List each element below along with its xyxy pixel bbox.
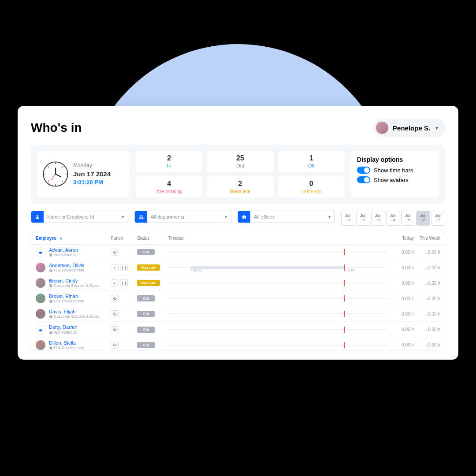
avatar bbox=[36, 263, 45, 272]
today-hours: 0.00 h bbox=[389, 281, 414, 286]
app-card: Who's in Penelope S. ▼ bbox=[18, 106, 458, 360]
week-hours: ▴0.00 h bbox=[414, 327, 440, 332]
punch-power-button[interactable]: ⏻ bbox=[111, 295, 119, 302]
stat-value: 2 bbox=[208, 180, 271, 188]
punch-cell: ⏻ bbox=[111, 310, 137, 317]
col-week[interactable]: This Week bbox=[414, 236, 440, 241]
date-button[interactable]: Jun17 bbox=[431, 211, 445, 226]
date-button[interactable]: Jun13 bbox=[371, 211, 385, 226]
punch-break-button[interactable]: ❙❙ bbox=[120, 264, 128, 271]
clock-icon bbox=[42, 161, 69, 187]
col-timebar: Timebar bbox=[164, 236, 389, 241]
filter-department[interactable]: All departments ▾ bbox=[134, 211, 232, 223]
employee-table: Employee ▲ Punch Status Timebar Today Th… bbox=[31, 232, 445, 351]
svg-point-14 bbox=[139, 216, 141, 217]
col-status[interactable]: Status bbox=[137, 236, 164, 241]
date-button[interactable]: Jun16 bbox=[416, 211, 430, 226]
stat-value: 2 bbox=[138, 154, 201, 162]
punch-cell: ⏻ bbox=[111, 249, 137, 256]
today-hours: 0.00 h bbox=[389, 327, 414, 332]
sort-asc-icon: ▲ bbox=[59, 236, 63, 240]
date-button[interactable]: Jun14 bbox=[386, 211, 400, 226]
timebar bbox=[164, 248, 389, 256]
stat-value: 25 bbox=[208, 154, 271, 162]
user-menu[interactable]: Penelope S. ▼ bbox=[373, 119, 445, 137]
person-icon bbox=[31, 211, 44, 223]
stat-label: Were late bbox=[208, 189, 271, 194]
col-punch[interactable]: Punch bbox=[111, 236, 137, 241]
svg-line-11 bbox=[51, 174, 56, 180]
punch-power-button[interactable]: ⏻ bbox=[111, 249, 119, 256]
display-options: Display options Show time barsShow avata… bbox=[351, 151, 439, 197]
options-title: Display options bbox=[357, 156, 433, 163]
table-body: Advan, Aaron▣ Administration⏻Out0.00 h▴0… bbox=[31, 245, 445, 350]
employee-name[interactable]: Anderson, Olivia bbox=[49, 263, 85, 268]
week-hours: ▴0.00 h bbox=[414, 312, 440, 316]
employee-dept: ▣ Customer Success & Sales bbox=[49, 283, 99, 288]
stat-value: 1 bbox=[280, 154, 343, 162]
date-button[interactable]: Jun11 bbox=[341, 211, 355, 226]
table-row: Brown, Cindy▣ Customer Success & Sales▸❙… bbox=[31, 275, 445, 291]
date-button[interactable]: Jun12 bbox=[356, 211, 370, 226]
option-label: Show time bars bbox=[374, 167, 413, 174]
timebar: 9:00 AM3:00 PM bbox=[164, 264, 389, 271]
svg-line-8 bbox=[62, 167, 63, 167]
today-hours: 0.00 h bbox=[389, 296, 414, 301]
employee-name[interactable]: Brown, Ethan bbox=[49, 294, 84, 299]
stat-label: Left early bbox=[280, 189, 343, 194]
employee-name[interactable]: Davis, Elijah bbox=[49, 309, 99, 314]
stat-value: 0 bbox=[280, 180, 343, 188]
page-title: Who's in bbox=[31, 121, 82, 135]
avatar bbox=[376, 122, 388, 134]
col-today[interactable]: Today bbox=[389, 236, 414, 241]
filter-name[interactable]: Name or Employee Id ▾ bbox=[31, 211, 128, 223]
today-hours: 0.00 h bbox=[389, 250, 414, 255]
avatar bbox=[36, 278, 45, 288]
svg-point-13 bbox=[37, 215, 38, 217]
toggle[interactable] bbox=[357, 176, 370, 183]
stat-label: Are missing bbox=[138, 189, 201, 194]
stat-card: 0Left early bbox=[278, 176, 345, 197]
toggle[interactable] bbox=[357, 167, 370, 174]
employee-name[interactable]: Advan, Aaron bbox=[49, 247, 78, 253]
employee-dept: ▣ Administration bbox=[49, 253, 78, 257]
punch-power-button[interactable]: ⏻ bbox=[111, 326, 119, 333]
punch-play-button[interactable]: ▸ bbox=[111, 279, 119, 286]
status-badge: Out bbox=[137, 327, 155, 333]
clock-time: 3:01:20 PM bbox=[73, 178, 111, 186]
col-employee[interactable]: Employee ▲ bbox=[36, 236, 111, 241]
filter-dept-text: All departments bbox=[147, 214, 222, 219]
punch-break-button[interactable]: ❙❙ bbox=[120, 279, 128, 286]
table-row: Brown, Ethan▣ IT & Development⏻Out0.00 h… bbox=[31, 291, 445, 306]
building-icon bbox=[238, 211, 250, 223]
avatar bbox=[36, 309, 45, 319]
svg-line-10 bbox=[56, 174, 61, 177]
employee-name[interactable]: Brown, Cindy bbox=[49, 278, 99, 283]
table-row: Dillon, Stella▣ IT & Development⏻Out0.00… bbox=[31, 338, 445, 350]
status-badge: Out bbox=[137, 311, 155, 317]
status-badge: Out bbox=[137, 295, 155, 301]
employee-name[interactable]: Detty, Darren bbox=[49, 324, 78, 330]
status-badge: Was Late bbox=[137, 264, 160, 271]
status-badge: Was Late bbox=[137, 280, 160, 286]
svg-line-5 bbox=[48, 167, 49, 167]
company-logo-icon bbox=[36, 325, 45, 335]
week-hours: ▴0.00 h bbox=[414, 265, 440, 270]
punch-cell: ⏻ bbox=[111, 342, 137, 349]
stat-card: 25Out bbox=[207, 151, 273, 172]
punch-power-button[interactable]: ⏻ bbox=[111, 310, 119, 317]
chevron-down-icon: ▾ bbox=[221, 214, 231, 220]
timebar bbox=[164, 341, 389, 349]
filter-office[interactable]: All offices ▾ bbox=[238, 211, 335, 223]
date-button[interactable]: Jun15 bbox=[401, 211, 415, 226]
employee-name[interactable]: Dillon, Stella bbox=[49, 340, 84, 346]
punch-cell: ⏻ bbox=[111, 326, 137, 333]
stat-label: Off bbox=[280, 163, 343, 168]
punch-power-button[interactable]: ⏻ bbox=[111, 342, 119, 349]
table-row: Davis, Elijah▣ Customer Success & Sales⏻… bbox=[31, 306, 445, 322]
punch-play-button[interactable]: ▸ bbox=[111, 264, 119, 271]
timebar bbox=[164, 279, 389, 287]
stat-label: In bbox=[138, 163, 201, 168]
table-row: Detty, Darren▣ Administration⏻Out0.00 h▴… bbox=[31, 322, 445, 337]
filter-office-text: All offices bbox=[250, 214, 325, 219]
